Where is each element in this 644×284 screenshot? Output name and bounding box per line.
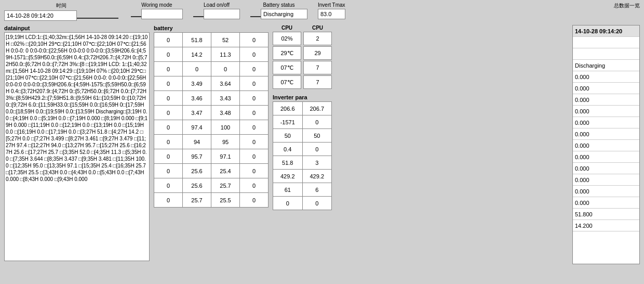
battery-cell-r7-c3: 0 [240, 135, 269, 149]
inverter-cell-r7-c0: 0 [273, 197, 303, 210]
battery-cell-r0-c2: 52 [211, 33, 240, 47]
battery-cell-r1-c0: 0 [154, 47, 183, 62]
right-list-item-12: 0.000 [573, 163, 639, 174]
inverter-cell-r3-c1: 0 [302, 143, 332, 156]
battery-cell-r7-c0: 0 [154, 135, 183, 149]
cpu-val-r4-c2: 7 [303, 75, 332, 89]
right-list-item-17: 14.200 [573, 220, 639, 231]
battery-cell-r3-c0: 0 [154, 76, 183, 91]
cpu-val-r4-c1: 07℃ [273, 75, 301, 89]
battery-cell-r8-c1: 95.7 [183, 149, 211, 164]
working-mode-box [141, 9, 183, 19]
battery-label: battery [154, 25, 269, 31]
right-list-item-7: 0.000 [573, 106, 639, 117]
battery-cell-r3-c3: 0 [240, 76, 269, 91]
inverter-cell-r5-c1: 429.2 [302, 170, 332, 183]
battery-cell-r4-c3: 0 [240, 91, 269, 106]
right-list-item-16: 51.800 [573, 209, 639, 220]
inverter-cell-r7-c1: 0 [302, 197, 332, 210]
battery-cell-r8-c0: 0 [154, 149, 183, 164]
battery-cell-r4-c0: 0 [154, 91, 183, 106]
battery-cell-r10-c0: 0 [154, 178, 183, 193]
battery-cell-r11-c3: 0 [240, 193, 269, 208]
battery-cell-r9-c0: 0 [154, 164, 183, 178]
battery-cell-r2-c0: 0 [154, 62, 183, 76]
battery-cell-r10-c3: 0 [240, 178, 269, 193]
cpu-val-r3-c2: 7 [303, 61, 332, 74]
right-list-item-10: 0.000 [573, 140, 639, 151]
right-list-item-2 [573, 48, 639, 60]
working-mode-label: Woring mode [131, 2, 183, 8]
battery-cell-r7-c1: 94 [183, 135, 211, 149]
right-list-item-6: 0.000 [573, 94, 639, 106]
cpu-val-r2-c2: 29 [303, 46, 332, 60]
battery-status-value: Discharging [261, 9, 307, 19]
battery-cell-r2-c2: 0 [211, 62, 240, 76]
invert-tmax-value: 83.0 [318, 9, 345, 19]
right-list-item-14: 0.000 [573, 186, 639, 197]
battery-cell-r11-c1: 25.7 [183, 193, 211, 208]
battery-cell-r2-c1: 0 [183, 62, 211, 76]
right-list-item-1 [573, 37, 639, 48]
right-list-item-9: 0.000 [573, 128, 639, 140]
right-list-item-13: 0.000 [573, 174, 639, 186]
battery-cell-r1-c1: 14.2 [183, 47, 211, 62]
time-label: 时间 [4, 2, 118, 9]
load-box [204, 9, 240, 19]
inverter-cell-r0-c1: 206.7 [302, 102, 332, 115]
battery-cell-r11-c2: 25.5 [211, 193, 240, 208]
inverter-cell-r6-c0: 61 [273, 183, 303, 197]
cpu-val-r1-c1: 02% [273, 32, 301, 45]
battery-cell-r7-c2: 95 [211, 135, 240, 149]
right-list-item-3: Discharging [573, 60, 639, 71]
inverter-cell-r1-c1: 0 [302, 115, 332, 129]
battery-cell-r4-c1: 3.46 [183, 91, 211, 106]
battery-status-label: Battery status [250, 2, 307, 8]
time-value: 14-10-28 09:14:20 [4, 10, 77, 21]
battery-cell-r0-c0: 0 [154, 33, 183, 47]
battery-cell-r6-c1: 97.4 [183, 120, 211, 135]
battery-cell-r8-c2: 97.1 [211, 149, 240, 164]
inverter-cell-r4-c1: 3 [302, 156, 332, 170]
battery-cell-r4-c2: 3.43 [211, 91, 240, 106]
battery-cell-r5-c2: 3.48 [211, 106, 240, 120]
invert-tmax-label: Invert Tmax [318, 2, 345, 8]
battery-cell-r3-c1: 3.49 [183, 76, 211, 91]
right-list-item-5: 0.000 [573, 83, 639, 94]
right-list-item-0: 14-10-28 09:14:20 [573, 25, 639, 37]
right-list-item-8: 0.000 [573, 117, 639, 128]
battery-cell-r0-c3: 0 [240, 33, 269, 47]
inverter-cell-r2-c1: 50 [302, 129, 332, 143]
battery-cell-r8-c3: 0 [240, 149, 269, 164]
right-list-item-15: 0.000 [573, 197, 639, 209]
battery-cell-r1-c3: 0 [240, 47, 269, 62]
battery-table: 051.8520014.211.30000003.493.64003.463.4… [154, 32, 269, 208]
right-panel-label: 总数据一览 [614, 2, 640, 9]
inverter-para-label: Inverter para [273, 94, 332, 100]
inverter-cell-r5-c0: 429.2 [273, 170, 303, 183]
cpu-val-r1-c2: 2 [303, 32, 332, 45]
inverter-cell-r3-c0: 0.4 [273, 143, 303, 156]
cpu-label-2: CPU [303, 25, 332, 31]
load-label: Load on/off [193, 2, 240, 8]
battery-cell-r6-c3: 0 [240, 120, 269, 135]
cpu-val-r3-c1: 07℃ [273, 61, 301, 74]
datainput-content[interactable]: [19;19H LCD:1□[1;40;32m□[1;56H 14-10-28 … [4, 32, 150, 261]
battery-cell-r1-c2: 11.3 [211, 47, 240, 62]
inverter-cell-r1-c0: -1571 [273, 115, 303, 129]
inverter-cell-r4-c0: 51.8 [273, 156, 303, 170]
battery-cell-r0-c1: 51.8 [183, 33, 211, 47]
inverter-table: 206.6206.7-1571050500.4051.83429.2429.26… [273, 101, 332, 210]
inverter-cell-r6-c1: 6 [302, 183, 332, 197]
battery-cell-r5-c3: 0 [240, 106, 269, 120]
right-list-item-4: 0.000 [573, 71, 639, 83]
battery-cell-r6-c2: 100 [211, 120, 240, 135]
battery-cell-r9-c1: 25.6 [183, 164, 211, 178]
battery-cell-r5-c0: 0 [154, 106, 183, 120]
right-list-item-11: 0.000 [573, 151, 639, 163]
cpu-val-r2-c1: 29℃ [273, 46, 301, 60]
battery-cell-r10-c2: 25.7 [211, 178, 240, 193]
battery-cell-r11-c0: 0 [154, 193, 183, 208]
battery-cell-r10-c1: 25.6 [183, 178, 211, 193]
battery-cell-r5-c1: 3.47 [183, 106, 211, 120]
